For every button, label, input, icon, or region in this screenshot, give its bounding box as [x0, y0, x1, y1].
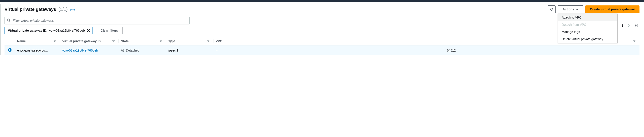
svg-line-1: [9, 21, 10, 22]
row-radio-cell[interactable]: [4, 45, 15, 55]
cell-asn: 64512: [263, 45, 640, 55]
menu-item-delete-vgw[interactable]: Delete virtual private gateway: [558, 36, 617, 43]
pagination-next[interactable]: [627, 23, 630, 28]
pagination-current: 1: [622, 24, 623, 27]
radio-selected-icon[interactable]: [8, 48, 12, 52]
cell-state: Detached: [119, 45, 166, 55]
actions-dropdown-container: Actions Attach to VPC Detach from VPC Ma…: [558, 6, 583, 13]
column-type[interactable]: Type: [166, 37, 214, 45]
actions-button-label: Actions: [562, 8, 574, 11]
menu-item-detach-from-vpc: Detach from VPC: [558, 21, 617, 28]
sort-icon: [160, 41, 162, 42]
search-wrap: [4, 17, 190, 24]
cell-vgw-id[interactable]: vgw-03aa19b84ef766deb: [60, 45, 119, 55]
settings-button[interactable]: [634, 23, 640, 28]
scrollbar-stub: [0, 4, 1, 55]
svg-point-0: [7, 19, 10, 21]
menu-item-attach-to-vpc[interactable]: Attach to VPC: [558, 14, 617, 21]
sort-icon: [112, 41, 115, 42]
vgw-table: Name Virtual private gateway ID State: [4, 37, 640, 55]
search-icon: [7, 19, 10, 23]
sort-icon: [54, 41, 56, 42]
chevron-right-icon: [628, 24, 630, 27]
column-vgw-id[interactable]: Virtual private gateway ID: [60, 37, 119, 45]
sort-icon: [207, 41, 210, 42]
table-row[interactable]: encc-aws-ipsec-vpg… vgw-03aa19b84ef766de…: [4, 45, 640, 55]
column-select: [4, 37, 15, 45]
menu-item-manage-tags[interactable]: Manage tags: [558, 28, 617, 36]
cell-vpc: –: [214, 45, 263, 55]
filters-left: Virtual private gateway ID: vgw-03aa19b8…: [4, 17, 611, 34]
cell-name: encc-aws-ipsec-vpg…: [15, 45, 60, 55]
caret-up-icon: [576, 9, 578, 10]
filter-chip-vgw-id[interactable]: Virtual private gateway ID: vgw-03aa19b8…: [4, 27, 93, 34]
sort-icon: [633, 41, 636, 42]
filter-chip-value: vgw-03aa19b84ef766deb: [49, 29, 85, 32]
table-header-row: Name Virtual private gateway ID State: [4, 37, 640, 45]
refresh-button[interactable]: [548, 6, 556, 13]
column-state[interactable]: State: [119, 37, 166, 45]
close-icon: [87, 29, 90, 32]
info-link[interactable]: Info: [70, 8, 75, 12]
header-title-group: Virtual private gateways (1/1) Info: [4, 7, 75, 12]
filters-row: Virtual private gateway ID: vgw-03aa19b8…: [4, 17, 640, 34]
page-header: Virtual private gateways (1/1) Info Acti…: [4, 6, 640, 13]
header-actions: Actions Attach to VPC Detach from VPC Ma…: [548, 6, 640, 13]
create-vgw-button[interactable]: Create virtual private gateway: [585, 6, 640, 13]
actions-dropdown-menu: Attach to VPC Detach from VPC Manage tag…: [558, 14, 618, 43]
filter-chip-label: Virtual private gateway ID:: [8, 29, 48, 32]
top-nav-bar: [0, 0, 644, 2]
clear-filters-button[interactable]: Clear filters: [96, 27, 123, 34]
column-vpc[interactable]: VPC: [214, 37, 263, 45]
state-detached-icon: [121, 49, 124, 52]
filter-chip-remove[interactable]: [87, 29, 90, 32]
search-input[interactable]: [4, 17, 190, 24]
actions-button[interactable]: Actions: [558, 6, 583, 13]
cell-type: ipsec.1: [166, 45, 214, 55]
column-name[interactable]: Name: [15, 37, 60, 45]
refresh-icon: [550, 8, 554, 11]
page-title: Virtual private gateways: [4, 7, 56, 12]
svg-point-4: [636, 25, 637, 26]
page-count: (1/1): [58, 7, 68, 12]
filter-chips: Virtual private gateway ID: vgw-03aa19b8…: [4, 27, 611, 34]
gear-icon: [635, 24, 638, 27]
pagination: 1: [614, 23, 640, 28]
